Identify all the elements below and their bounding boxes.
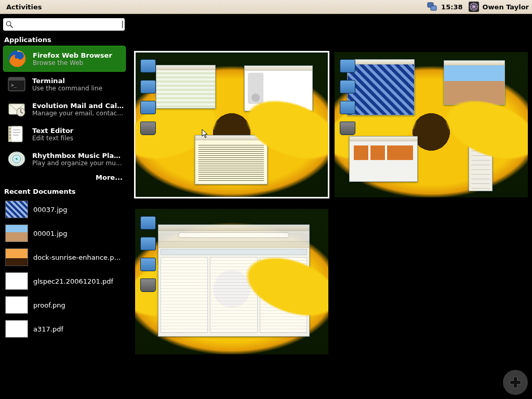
trash-icon bbox=[140, 122, 156, 135]
svg-point-22 bbox=[9, 131, 11, 133]
doc-thumb-icon bbox=[5, 320, 28, 338]
recent-docs-heading: Recent Documents bbox=[4, 188, 127, 195]
svg-point-23 bbox=[9, 135, 11, 136]
desktop-icons bbox=[340, 59, 355, 135]
search-icon bbox=[5, 20, 14, 29]
app-name: Text Editor bbox=[32, 127, 73, 135]
text-editor-icon bbox=[6, 124, 27, 144]
app-terminal[interactable]: >_ Terminal Use the command line bbox=[3, 72, 128, 97]
add-workspace-button[interactable] bbox=[503, 370, 528, 395]
user-name: Owen Taylor bbox=[483, 3, 529, 11]
applications-heading: Applications bbox=[4, 36, 127, 44]
folder-icon bbox=[340, 59, 355, 73]
doc-thumb-icon bbox=[5, 296, 28, 314]
search-input[interactable] bbox=[17, 21, 119, 29]
folder-icon bbox=[140, 216, 156, 230]
folder-icon bbox=[140, 59, 156, 73]
panel-user[interactable]: Owen Taylor bbox=[468, 1, 529, 12]
terminal-icon: >_ bbox=[6, 74, 27, 95]
folder-icon bbox=[140, 101, 156, 114]
window-thumbnail[interactable] bbox=[244, 65, 313, 111]
folder-icon bbox=[340, 80, 355, 94]
window-thumbnail[interactable] bbox=[347, 59, 415, 115]
clock-text: 15:38 bbox=[441, 3, 462, 11]
svg-rect-13 bbox=[8, 77, 25, 81]
folder-icon bbox=[140, 258, 156, 271]
overview-sidebar: Applications Firefox Web Browser Browse … bbox=[0, 14, 128, 345]
more-apps-link[interactable]: More... bbox=[3, 171, 128, 182]
window-thumbnail[interactable] bbox=[444, 60, 505, 105]
svg-line-10 bbox=[10, 25, 12, 28]
doc-name: 00001.jpg bbox=[33, 230, 68, 237]
app-desc: Use the command line bbox=[32, 85, 102, 92]
recent-doc[interactable]: dock-sunrise-enhance.p… bbox=[3, 245, 128, 269]
recent-doc[interactable]: 00001.jpg bbox=[3, 221, 128, 245]
svg-point-30 bbox=[16, 158, 18, 160]
app-desc: Manage your email, contact… bbox=[32, 110, 125, 117]
doc-name: a317.pdf bbox=[33, 325, 63, 333]
app-text-editor[interactable]: Text Editor Edit text files bbox=[3, 122, 128, 147]
folder-icon bbox=[140, 237, 156, 250]
workspace-2[interactable] bbox=[335, 52, 528, 197]
plus-icon bbox=[508, 375, 523, 390]
workspace-grid bbox=[135, 52, 528, 354]
user-avatar-icon bbox=[468, 1, 480, 12]
applications-list: Firefox Web Browser Browse the Web >_ Te… bbox=[3, 46, 128, 182]
app-desc: Browse the Web bbox=[33, 59, 112, 66]
rhythmbox-icon bbox=[6, 149, 27, 169]
doc-thumb-icon bbox=[5, 272, 28, 290]
svg-point-21 bbox=[9, 128, 11, 130]
window-thumbnail[interactable] bbox=[156, 65, 216, 109]
window-thumbnail[interactable] bbox=[349, 136, 418, 182]
trash-icon bbox=[140, 278, 156, 292]
svg-point-24 bbox=[9, 138, 11, 139]
desktop-icons bbox=[140, 216, 156, 292]
svg-text:>_: >_ bbox=[11, 83, 17, 88]
trash-icon bbox=[340, 122, 355, 135]
search-box[interactable] bbox=[3, 18, 125, 31]
panel-clock[interactable]: 15:38 bbox=[427, 1, 462, 12]
top-panel: Activities 15:38 Owen Tay bbox=[0, 0, 532, 14]
window-thumbnail[interactable] bbox=[195, 135, 268, 184]
doc-name: proof.png bbox=[33, 301, 65, 309]
doc-thumb-icon bbox=[5, 224, 28, 242]
svg-rect-1 bbox=[431, 6, 436, 10]
caret-icon bbox=[122, 21, 123, 28]
doc-thumb-icon bbox=[5, 201, 28, 218]
app-evolution[interactable]: Evolution Mail and Cale… Manage your ema… bbox=[3, 97, 128, 122]
firefox-icon bbox=[7, 48, 28, 69]
window-thumbnail[interactable] bbox=[469, 130, 493, 191]
app-name: Rhythmbox Music Player bbox=[32, 152, 125, 159]
app-name: Terminal bbox=[32, 77, 102, 85]
doc-name: 00037.jpg bbox=[33, 206, 68, 214]
activities-button[interactable]: Activities bbox=[3, 2, 45, 12]
folder-icon bbox=[140, 80, 156, 94]
app-desc: Play and organize your musi… bbox=[32, 159, 125, 167]
recent-doc[interactable]: a317.pdf bbox=[3, 317, 128, 341]
app-firefox[interactable]: Firefox Web Browser Browse the Web bbox=[3, 46, 126, 72]
recent-docs-list: 00037.jpg 00001.jpg dock-sunrise-enhance… bbox=[3, 197, 128, 341]
doc-name: glspec21.20061201.pdf bbox=[33, 277, 113, 285]
workspace-3[interactable] bbox=[135, 209, 328, 354]
recent-doc[interactable]: glspec21.20061201.pdf bbox=[3, 269, 128, 293]
doc-thumb-icon bbox=[5, 248, 28, 266]
app-desc: Edit text files bbox=[32, 135, 73, 142]
app-name: Evolution Mail and Cale… bbox=[32, 102, 125, 110]
desktop-icons bbox=[140, 59, 156, 135]
workspace-1[interactable] bbox=[135, 52, 328, 197]
window-thumbnail[interactable] bbox=[158, 224, 310, 337]
recent-doc[interactable]: 00037.jpg bbox=[3, 197, 128, 221]
evolution-icon bbox=[6, 99, 27, 119]
doc-name: dock-sunrise-enhance.p… bbox=[33, 254, 121, 261]
recent-doc[interactable]: proof.png bbox=[3, 293, 128, 317]
app-name: Firefox Web Browser bbox=[33, 51, 112, 59]
network-icon bbox=[427, 1, 438, 12]
folder-icon bbox=[340, 101, 355, 114]
app-rhythmbox[interactable]: Rhythmbox Music Player Play and organize… bbox=[3, 147, 128, 171]
svg-rect-19 bbox=[11, 126, 22, 142]
